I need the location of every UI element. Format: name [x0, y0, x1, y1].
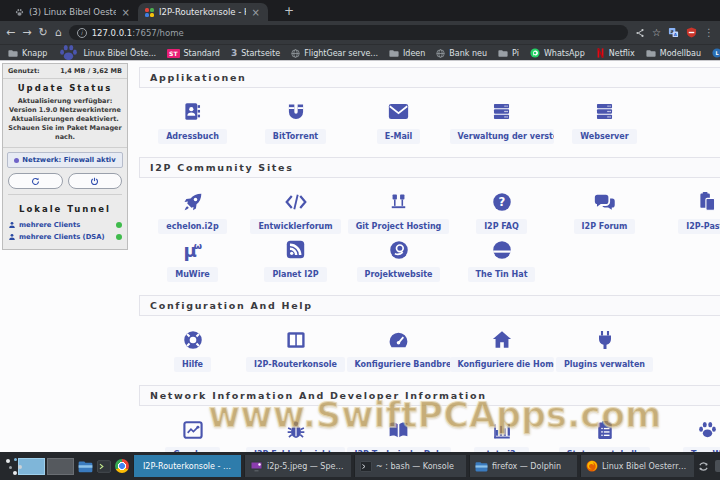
- app-tile-adressbuch[interactable]: Adressbuch: [141, 98, 244, 144]
- back-icon[interactable]: ←: [6, 27, 15, 38]
- app-tile-echelon-i2p[interactable]: echelon.i2p: [141, 188, 244, 234]
- app-tile-i2p-technische-dokum-[interactable]: I2P Technische Dokum...: [347, 416, 450, 452]
- dolphin-icon: [475, 461, 488, 472]
- app-tile-the-tin-hat[interactable]: The Tin Hat: [450, 236, 553, 282]
- bookmark-netflix[interactable]: Netflix: [596, 48, 635, 58]
- task-label: ~ : bash — Konsole: [376, 462, 454, 471]
- dolphin-launcher-icon[interactable]: [78, 458, 93, 475]
- app-tile-e-mail[interactable]: E-Mail: [347, 98, 450, 144]
- task-list: I2P-Routerkonsole - He...i2p-5.jpeg — Sp…: [133, 455, 694, 477]
- comments-icon: [594, 188, 616, 215]
- site-info-icon[interactable]: i: [77, 28, 87, 38]
- reload-icon[interactable]: ↻: [38, 27, 47, 38]
- tin-hat-icon: [492, 236, 512, 263]
- bookmark-label: Ideen: [403, 49, 425, 58]
- share-icon[interactable]: [635, 28, 645, 38]
- forward-icon[interactable]: →: [22, 27, 31, 38]
- bookmark-flightgear-serve-[interactable]: FlightGear serve...: [291, 49, 378, 58]
- bookmark-standard[interactable]: STStandard: [167, 49, 220, 58]
- address-bar[interactable]: i 127.0.0.1:7657/home: [69, 25, 628, 40]
- app-launcher-button[interactable]: [3, 456, 14, 476]
- url-text: 127.0.0.1:7657/home: [92, 28, 184, 38]
- bookmark-linux-bibel-ste-[interactable]: Linux Bibel Öste...: [58, 44, 156, 61]
- app-tile-i2p-faq[interactable]: ?I2P FAQ: [450, 188, 553, 234]
- numeral-3-icon: 3: [231, 48, 237, 58]
- firefox-icon: [586, 460, 598, 472]
- app-tile-projektwebsite[interactable]: Projektwebsite: [347, 236, 450, 282]
- app-tile-stats-i2p[interactable]: stats.i2p: [450, 416, 553, 452]
- bookmark-ideen[interactable]: Ideen: [389, 49, 425, 58]
- bookmark-bank-neu[interactable]: Bank neu: [436, 49, 487, 58]
- tab-close-icon[interactable]: ×: [251, 7, 261, 18]
- app-tile-plugins-verwalten[interactable]: Plugins verwalten: [553, 326, 656, 372]
- app-tile-i2p-paste[interactable]: I2P-Paste: [656, 188, 720, 234]
- tray-update-icon[interactable]: [698, 461, 709, 472]
- app-tile-trac-wi[interactable]: Trac-Wi: [656, 416, 720, 452]
- chrome-launcher-icon[interactable]: [115, 458, 129, 475]
- app-tile-konfiguriere-die-home-[interactable]: Konfiguriere die Home...: [450, 326, 553, 372]
- home-icon[interactable]: ⌂: [55, 27, 62, 38]
- tab-linux-bibel[interactable]: (3) Linux Bibel Oesterreich - ×: [8, 3, 138, 21]
- app-tile-statusprotokolle[interactable]: Statusprotokolle: [553, 416, 656, 452]
- bookmark-modellbau[interactable]: Modellbau: [646, 49, 701, 58]
- tunnel-row[interactable]: mehrere Clients: [7, 219, 123, 231]
- tab-close-icon[interactable]: ×: [121, 7, 131, 18]
- globe-icon: [291, 49, 300, 58]
- bookmark-pi[interactable]: Pi: [498, 49, 519, 58]
- task-i2p-5-jpeg-spectacle[interactable]: i2p-5.jpeg — Spectacle: [244, 455, 351, 477]
- paw-icon: [697, 416, 718, 443]
- konsole-launcher-icon[interactable]: [97, 458, 111, 475]
- whatsapp-icon: [530, 48, 540, 58]
- app-tile-webserver[interactable]: Webserver: [553, 98, 656, 144]
- tab-title: I2P-Routerkonsole - Heim: [159, 7, 246, 17]
- bookmark-linuxuser[interactable]: LLinuxUser: [712, 48, 720, 58]
- app-tile-git-project-hosting[interactable]: Git Project Hosting: [347, 188, 450, 234]
- muwire-icon: μω: [180, 236, 206, 263]
- task--bash-konsole[interactable]: ~ : bash — Konsole: [354, 455, 466, 477]
- app-tile-i2p-routerkonsole[interactable]: I2P-Routerkonsole: [244, 326, 347, 372]
- tachometer-icon: [388, 326, 409, 353]
- app-tile-entwicklerforum[interactable]: Entwicklerforum: [244, 188, 347, 234]
- bookmark-knapp[interactable]: Knapp: [8, 49, 47, 58]
- code-icon: [285, 188, 307, 215]
- desktop-2[interactable]: [47, 458, 74, 475]
- tab-i2p-routerkonsole[interactable]: I2P-Routerkonsole - Heim ×: [138, 3, 268, 21]
- bookmark-startseite[interactable]: 3Startseite: [231, 48, 280, 58]
- restart-button[interactable]: [8, 173, 63, 189]
- tray-partial-icon[interactable]: [715, 460, 720, 472]
- task-linux-bibel-oesterreich-[interactable]: Linux Bibel Oesterreich...: [580, 455, 694, 477]
- app-tile-i2p-forum[interactable]: I2P Forum: [553, 188, 656, 234]
- virtual-desktop-pager[interactable]: [18, 458, 74, 475]
- folder-icon: [498, 49, 508, 58]
- shutdown-button[interactable]: [68, 173, 123, 189]
- desktop-1[interactable]: [18, 458, 45, 475]
- app-tile-i2p-fehlerberichte[interactable]: I2P Fehlerberichte: [244, 416, 347, 452]
- tunnel-label: mehrere Clients: [19, 221, 113, 229]
- translate-icon[interactable]: aA: [668, 27, 679, 38]
- app-tile-hilfe[interactable]: Hilfe: [141, 326, 244, 372]
- bookmark-whatsapp[interactable]: WhatsApp: [530, 48, 585, 58]
- tunnel-row[interactable]: mehrere Clients (DSA): [7, 231, 123, 243]
- section-header: Applikationen: [139, 67, 720, 88]
- task-firefox-dolphin[interactable]: firefox — Dolphin: [469, 455, 577, 477]
- task-label: Linux Bibel Oesterreich...: [602, 462, 689, 471]
- line-chart-icon: [183, 416, 203, 443]
- app-tile-planet-i2p[interactable]: Planet I2P: [244, 236, 347, 282]
- life-ring-icon: [183, 326, 203, 353]
- magnet-icon: [286, 98, 306, 125]
- app-tile-graphen[interactable]: Graphen: [141, 416, 244, 452]
- new-tab-button[interactable]: +: [278, 4, 300, 21]
- bookmark-star-icon[interactable]: ☆: [652, 27, 661, 38]
- app-tile-konfiguriere-bandbreite[interactable]: Konfiguriere Bandbreite: [347, 326, 450, 372]
- used-label: Genutzt:: [8, 67, 40, 75]
- browser-toolbar: ← → ↻ ⌂ i 127.0.0.1:7657/home ☆ aA ⋮: [0, 21, 720, 44]
- network-status-badge[interactable]: Netzwerk: Firewall aktiv: [7, 152, 123, 168]
- app-tile-bittorrent[interactable]: BitTorrent: [244, 98, 347, 144]
- bookmark-label: Standard: [184, 49, 220, 58]
- app-tile-verwaltung-der-verstec-[interactable]: Verwaltung der verstec...: [450, 98, 553, 144]
- adblock-icon[interactable]: [686, 27, 697, 38]
- extensions-icon[interactable]: ⋮: [704, 27, 714, 38]
- screen: (3) Linux Bibel Oesterreich - × I2P-Rout…: [0, 0, 720, 480]
- app-tile-muwire[interactable]: μωMuWire: [141, 236, 244, 282]
- task-i2p-routerkonsole-he-[interactable]: I2P-Routerkonsole - He...: [133, 455, 241, 477]
